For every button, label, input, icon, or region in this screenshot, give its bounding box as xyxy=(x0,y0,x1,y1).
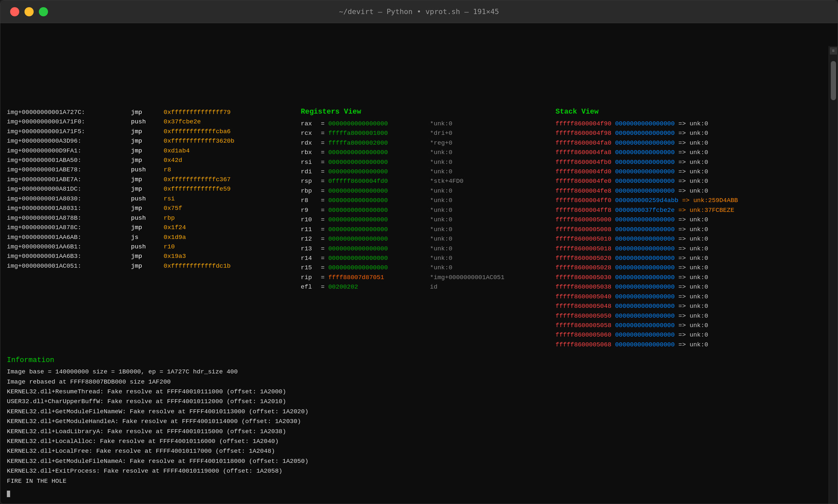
asm-row: img+0000000001AA6AB:js0x1d9a xyxy=(7,233,294,242)
asm-row: img+0000000001AC051:jmp0xffffffffffffdc1… xyxy=(7,262,294,271)
registers-title: Registers View xyxy=(301,108,549,116)
maximize-button[interactable] xyxy=(39,7,48,16)
stack-row: fffff8600004fa0 0000000000000000 => unk:… xyxy=(555,139,825,148)
window-title: ~/devirt — Python • vprot.sh — 191×45 xyxy=(339,7,499,16)
asm-operand: 0xfffffffffffffe59 xyxy=(164,184,231,194)
close-button[interactable] xyxy=(10,7,19,16)
asm-operand: 0xffffffffffffff79 xyxy=(164,108,231,117)
asm-operand: rbp xyxy=(164,214,175,223)
register-row: r8 = 0000000000000000 *unk:0 xyxy=(301,196,549,205)
asm-addr: img+0000000001A878B: xyxy=(7,214,131,223)
scrollbar-thumb[interactable] xyxy=(831,61,836,100)
register-row: r15 = 0000000000000000 *unk:0 xyxy=(301,263,549,273)
stack-row: fffff8600005008 0000000000000000 => unk:… xyxy=(555,225,825,234)
asm-mnemonic: push xyxy=(131,194,164,204)
info-row: Image rebased at FFFF88007BDB000 size 1A… xyxy=(7,377,825,387)
asm-addr: img+0000000001A878C: xyxy=(7,223,131,232)
info-row: FIRE IN THE HOLE xyxy=(7,476,825,486)
asm-operand: 0xffffffffffffdc1b xyxy=(164,262,231,271)
info-row: KERNEL32.dll+LoadLibraryA: Fake resolve … xyxy=(7,427,825,436)
asm-operand: 0x37fcbe2e xyxy=(164,117,201,127)
asm-addr: img+0000000001A8031: xyxy=(7,204,131,213)
stack-row: fffff8600005048 0000000000000000 => unk:… xyxy=(555,302,825,311)
register-row: rdi = 0000000000000000 *unk:0 xyxy=(301,167,549,177)
terminal-cursor xyxy=(7,491,10,497)
register-row: efl = 00200202 id xyxy=(301,282,549,292)
main-area: img+00000000001A727C:jmp0xffffffffffffff… xyxy=(7,108,825,350)
asm-addr: img+0000000001A8030: xyxy=(7,194,131,204)
asm-mnemonic: jmp xyxy=(131,156,164,165)
stack-row: fffff8600004fb0 0000000000000000 => unk:… xyxy=(555,158,825,167)
asm-mnemonic: js xyxy=(131,233,164,242)
info-row: KERNEL32.dll+GetModuleFileNameW: Fake re… xyxy=(7,407,825,416)
asm-mnemonic: jmp xyxy=(131,137,164,146)
asm-row: img+0000000001ABA50:jmp0x42d xyxy=(7,156,294,165)
register-row: r10 = 0000000000000000 *unk:0 xyxy=(301,215,549,224)
asm-row: img+0000000001ABE78:pushr8 xyxy=(7,165,294,175)
register-row: rax = 0000000000000000 *unk:0 xyxy=(301,119,549,129)
information-title: Information xyxy=(7,356,825,364)
info-row: KERNEL32.dll+LocalAlloc: Fake resolve at… xyxy=(7,436,825,446)
asm-addr: img+0000000001AA6B3: xyxy=(7,252,131,261)
asm-mnemonic: jmp xyxy=(131,108,164,117)
asm-mnemonic: jmp xyxy=(131,127,164,137)
asm-operand: 0x42d xyxy=(164,156,182,165)
asm-operand: rsi xyxy=(164,194,175,204)
assembly-panel: img+00000000001A727C:jmp0xffffffffffffff… xyxy=(7,108,301,350)
asm-row: img+0000000000D9FA1:jmp0xd1ab4 xyxy=(7,146,294,156)
stack-row: fffff8600005038 0000000000000000 => unk:… xyxy=(555,282,825,292)
asm-addr: img+00000000001A71F0: xyxy=(7,117,131,127)
stack-row: fffff8600004ff8 0000000037fcbe2e => unk:… xyxy=(555,206,825,215)
register-row: rbp = 0000000000000000 *unk:0 xyxy=(301,186,549,196)
scroll-indicator: ≡ xyxy=(830,47,837,55)
asm-mnemonic: push xyxy=(131,165,164,175)
stack-row: fffff8600005060 0000000000000000 => unk:… xyxy=(555,330,825,340)
info-row: Image base = 140000000 size = 1B0000, ep… xyxy=(7,367,825,377)
asm-addr: img+00000000001A727C: xyxy=(7,108,131,117)
asm-mnemonic: jmp xyxy=(131,223,164,232)
stack-row: fffff8600005020 0000000000000000 => unk:… xyxy=(555,254,825,263)
info-row: KERNEL32.dll+ExitProcess: Fake resolve a… xyxy=(7,466,825,476)
asm-addr: img+0000000001AA6B1: xyxy=(7,242,131,252)
asm-row: img+00000000001A71F5:jmp0xffffffffffffcb… xyxy=(7,127,294,137)
register-row: rsi = 0000000000000000 *unk:0 xyxy=(301,158,549,167)
register-row: r13 = 0000000000000000 *unk:0 xyxy=(301,244,549,254)
asm-addr: img+0000000001ABE7A: xyxy=(7,175,131,184)
scrollbar[interactable]: ≡ xyxy=(828,46,838,504)
asm-row: img+0000000001A8030:pushrsi xyxy=(7,194,294,204)
register-row: rbx = 0000000000000000 *unk:0 xyxy=(301,148,549,157)
asm-row: img+0000000000A81DC:jmp0xfffffffffffffe5… xyxy=(7,184,294,194)
register-row: r9 = 0000000000000000 *unk:0 xyxy=(301,206,549,215)
register-row: r14 = 0000000000000000 *unk:0 xyxy=(301,254,549,263)
stack-row: fffff8600005000 0000000000000000 => unk:… xyxy=(555,215,825,224)
stack-row: fffff8600005010 0000000000000000 => unk:… xyxy=(555,234,825,244)
asm-row: img+0000000001AA6B3:jmp0x19a3 xyxy=(7,252,294,261)
stack-title: Stack View xyxy=(555,108,825,116)
stack-row: fffff8600005028 0000000000000000 => unk:… xyxy=(555,263,825,273)
register-row: r12 = 0000000000000000 *unk:0 xyxy=(301,234,549,244)
stack-row: fffff8600004fe8 0000000000000000 => unk:… xyxy=(555,186,825,196)
register-row: rdx = fffffa8000002000 *reg+0 xyxy=(301,139,549,148)
stack-row: fffff8600004f98 0000000000000000 => unk:… xyxy=(555,129,825,138)
register-row: rip = ffff88007d87051 *img+0000000001AC0… xyxy=(301,273,549,282)
register-row: rsp = 0fffff8600004fd0 *stk+4FD0 xyxy=(301,177,549,186)
minimize-button[interactable] xyxy=(24,7,34,16)
asm-operand: 0x75f xyxy=(164,204,182,213)
stack-row: fffff8600005030 0000000000000000 => unk:… xyxy=(555,273,825,282)
asm-mnemonic: jmp xyxy=(131,204,164,213)
asm-operand: 0xffffffffffff3620b xyxy=(164,137,234,146)
asm-row: img+0000000001A878C:jmp0x1f24 xyxy=(7,223,294,232)
asm-operand: 0x1f24 xyxy=(164,223,186,232)
assembly-listing: img+00000000001A727C:jmp0xffffffffffffff… xyxy=(7,108,294,271)
asm-row: img+0000000001ABE7A:jmp0xffffffffffffc36… xyxy=(7,175,294,184)
stack-row: fffff8600005040 0000000000000000 => unk:… xyxy=(555,292,825,302)
stack-row: fffff8600005068 0000000000000000 => unk:… xyxy=(555,340,825,349)
asm-row: img+0000000001A8031:jmp0x75f xyxy=(7,204,294,213)
asm-addr: img+0000000000A81DC: xyxy=(7,184,131,194)
asm-operand: 0x19a3 xyxy=(164,252,186,261)
asm-mnemonic: push xyxy=(131,242,164,252)
asm-operand: r10 xyxy=(164,242,175,252)
asm-mnemonic: jmp xyxy=(131,184,164,194)
information-section: Information Image base = 140000000 size … xyxy=(7,356,825,497)
asm-addr: img+0000000000A3D96: xyxy=(7,137,131,146)
